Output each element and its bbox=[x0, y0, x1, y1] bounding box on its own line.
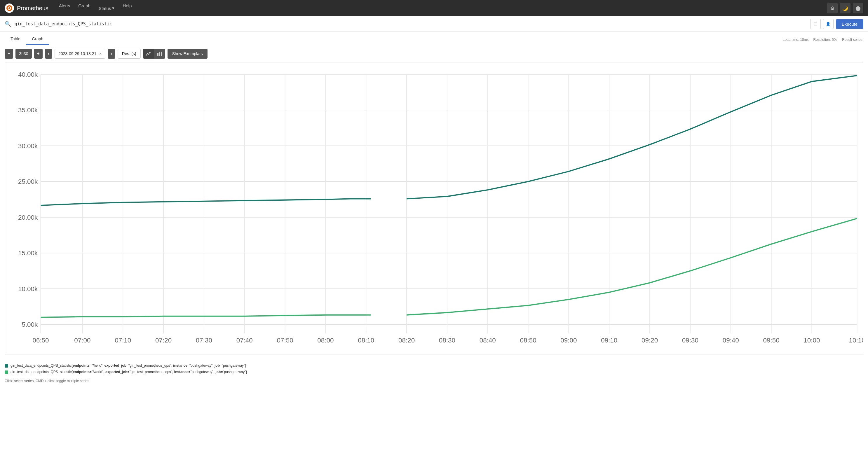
svg-text:35.00k: 35.00k bbox=[18, 106, 38, 114]
gear-button[interactable]: ⚙ bbox=[827, 3, 838, 13]
tabs-row: Table Graph Load time: 18ms Resolution: … bbox=[0, 32, 868, 45]
svg-text:10.00k: 10.00k bbox=[18, 285, 38, 292]
datetime-display[interactable]: 2023-09-29 10:18:21 × bbox=[55, 49, 105, 59]
svg-text:10:00: 10:00 bbox=[804, 337, 820, 344]
navbar: Prometheus Alerts Graph Status ▾ Help ⚙ … bbox=[0, 0, 868, 16]
nav-links: Alerts Graph Status ▾ Help bbox=[56, 3, 135, 13]
legend-color-1 bbox=[5, 364, 8, 368]
svg-rect-4 bbox=[159, 52, 160, 56]
clear-datetime-button[interactable]: × bbox=[99, 51, 101, 56]
resolution: Resolution: 50s bbox=[813, 38, 838, 42]
svg-text:07:00: 07:00 bbox=[74, 337, 91, 344]
circle-button[interactable]: ⬤ bbox=[853, 3, 863, 13]
brand-link[interactable]: Prometheus bbox=[5, 3, 49, 13]
svg-text:09:00: 09:00 bbox=[560, 337, 577, 344]
resolution-button[interactable]: Res. (s) bbox=[118, 49, 141, 59]
legend-color-2 bbox=[5, 371, 8, 374]
svg-text:07:40: 07:40 bbox=[237, 337, 253, 344]
search-input[interactable] bbox=[14, 21, 807, 27]
datetime-value: 2023-09-29 10:18:21 bbox=[58, 51, 96, 56]
show-exemplars-button[interactable]: Show Exemplars bbox=[167, 49, 208, 59]
tab-graph[interactable]: Graph bbox=[26, 34, 49, 45]
svg-text:07:30: 07:30 bbox=[196, 337, 212, 344]
svg-text:10:10: 10:10 bbox=[849, 337, 863, 344]
nav-help[interactable]: Help bbox=[119, 1, 135, 10]
legend-item-1[interactable]: gin_test_data_endpoints_QPS_statistic{en… bbox=[5, 363, 863, 369]
result-tabs: Table Graph bbox=[5, 34, 49, 45]
load-time: Load time: 18ms bbox=[783, 38, 809, 42]
history-button[interactable]: ☰ bbox=[810, 19, 821, 29]
svg-text:08:50: 08:50 bbox=[520, 337, 536, 344]
legend-hint: Click: select series, CMD + click: toggl… bbox=[0, 378, 868, 385]
search-icon: 🔍 bbox=[5, 21, 11, 27]
decrease-range-button[interactable]: − bbox=[5, 49, 13, 59]
svg-text:08:10: 08:10 bbox=[358, 337, 374, 344]
legend-label-2: gin_test_data_endpoints_QPS_statistic{en… bbox=[10, 369, 247, 375]
svg-text:5.00k: 5.00k bbox=[22, 321, 38, 328]
result-series: Result series: bbox=[842, 38, 863, 42]
navbar-actions: ⚙ 🌙 ⬤ bbox=[827, 3, 863, 13]
prev-time-button[interactable]: ‹ bbox=[45, 49, 52, 59]
nav-alerts[interactable]: Alerts bbox=[56, 1, 73, 10]
bar-chart-button[interactable] bbox=[154, 49, 165, 59]
svg-text:08:30: 08:30 bbox=[439, 337, 455, 344]
controls-row: − 3h30 + ‹ 2023-09-29 10:18:21 × › Res. … bbox=[0, 45, 868, 62]
execute-button[interactable]: Execute bbox=[836, 19, 863, 29]
svg-text:08:40: 08:40 bbox=[479, 337, 496, 344]
svg-text:09:10: 09:10 bbox=[601, 337, 617, 344]
bar-chart-icon bbox=[157, 51, 162, 56]
series2-line bbox=[41, 315, 366, 317]
svg-rect-3 bbox=[157, 53, 158, 56]
nav-graph[interactable]: Graph bbox=[75, 1, 94, 10]
search-bar: 🔍 ☰ 👤 Execute bbox=[0, 16, 868, 32]
svg-text:08:20: 08:20 bbox=[398, 337, 415, 344]
svg-text:20.00k: 20.00k bbox=[18, 214, 38, 221]
metrics-button[interactable]: 👤 bbox=[823, 19, 834, 29]
theme-button[interactable]: 🌙 bbox=[840, 3, 850, 13]
svg-text:07:10: 07:10 bbox=[115, 337, 131, 344]
svg-text:06:50: 06:50 bbox=[32, 337, 49, 344]
chevron-down-icon: ▾ bbox=[112, 5, 115, 11]
brand-name: Prometheus bbox=[17, 5, 49, 12]
svg-text:07:20: 07:20 bbox=[155, 337, 172, 344]
svg-rect-5 bbox=[161, 52, 162, 56]
svg-text:40.00k: 40.00k bbox=[18, 71, 38, 78]
svg-text:25.00k: 25.00k bbox=[18, 178, 38, 185]
nav-status[interactable]: Status ▾ bbox=[95, 3, 118, 13]
svg-text:08:00: 08:00 bbox=[317, 337, 334, 344]
svg-text:09:40: 09:40 bbox=[723, 337, 739, 344]
svg-text:09:50: 09:50 bbox=[763, 337, 779, 344]
series1-line2 bbox=[407, 75, 857, 199]
series2-line2 bbox=[407, 219, 857, 315]
svg-text:07:50: 07:50 bbox=[277, 337, 293, 344]
line-chart-button[interactable] bbox=[143, 49, 154, 59]
chart-type-selector bbox=[143, 49, 165, 59]
meta-info: Load time: 18ms Resolution: 50s Result s… bbox=[783, 38, 863, 42]
chart-container: 40.00k 35.00k 30.00k 25.00k 20.00k 15.00… bbox=[0, 62, 868, 359]
svg-text:09:20: 09:20 bbox=[642, 337, 658, 344]
chart-legend: gin_test_data_endpoints_QPS_statistic{en… bbox=[0, 359, 868, 377]
svg-text:15.00k: 15.00k bbox=[18, 249, 38, 257]
tab-table[interactable]: Table bbox=[5, 34, 26, 45]
increase-range-button[interactable]: + bbox=[34, 49, 42, 59]
series1-line bbox=[41, 199, 366, 206]
next-time-button[interactable]: › bbox=[108, 49, 115, 59]
search-actions: ☰ 👤 Execute bbox=[810, 19, 863, 29]
svg-text:30.00k: 30.00k bbox=[18, 143, 38, 150]
range-value: 3h30 bbox=[16, 49, 32, 59]
legend-item-2[interactable]: gin_test_data_endpoints_QPS_statistic{en… bbox=[5, 369, 863, 375]
legend-label-1: gin_test_data_endpoints_QPS_statistic{en… bbox=[10, 363, 246, 369]
line-chart-icon bbox=[146, 51, 151, 56]
svg-text:09:30: 09:30 bbox=[682, 337, 699, 344]
svg-point-2 bbox=[8, 7, 10, 9]
logo-icon bbox=[5, 3, 14, 13]
main-chart: 40.00k 35.00k 30.00k 25.00k 20.00k 15.00… bbox=[5, 62, 863, 354]
